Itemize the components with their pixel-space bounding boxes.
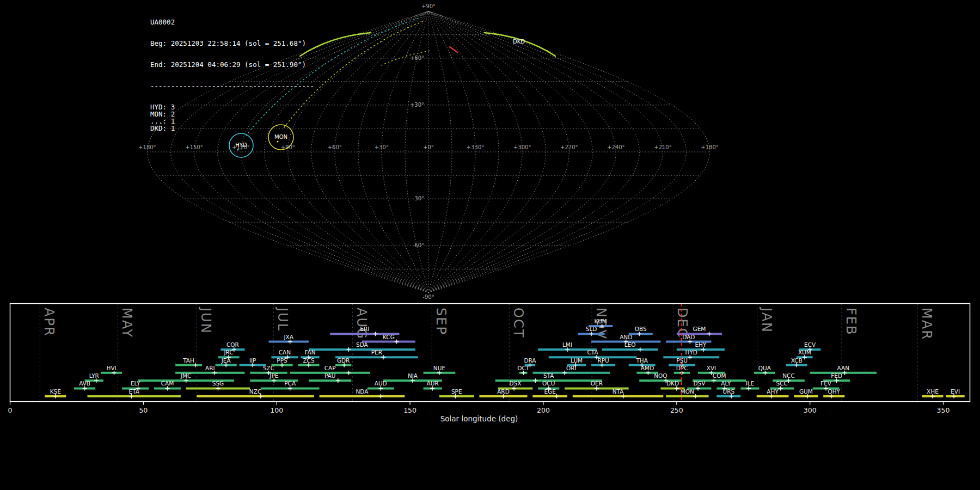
shower-code-label: SSG [212,380,224,387]
equator-longitude-label: +30° [375,144,389,150]
shower-code-label: XCB [791,357,803,364]
shower-code-label: GEM [693,326,706,332]
shower-count-line: HYD: 3 [150,103,314,111]
x-axis-tick-label: 200 [537,406,550,414]
shower-code-label: AUR [427,380,439,387]
graticule-meridian [428,11,616,293]
shower-code-label: PSU [676,357,688,364]
graticule-meridian [428,11,592,293]
radiant-dot-hyd [237,149,238,150]
shower-code-label: AUD [375,380,387,387]
x-axis-tick-label: 300 [804,406,817,414]
map-shower-label: DKD [513,39,525,45]
pole-latitude-label: -90° [422,294,434,300]
shower-code-label: DSX [510,380,522,387]
shower-code-label: RPU [597,357,609,364]
x-axis-tick-label: 0 [8,406,13,414]
equator-longitude-label: +60° [328,144,342,150]
latitude-label: +60° [410,55,424,61]
equator-longitude-label: +0° [423,144,434,150]
shower-code-label: ELY [131,380,140,387]
shower-code-label: SDA [356,341,369,348]
shower-code-label: OBS [635,326,647,332]
shower-code-label: SCC [776,380,788,387]
shower-code-label: HVI [107,365,117,371]
shower-code-label: CAN [279,349,291,356]
shower-code-label: NTA [612,388,624,395]
shower-code-label: EVI [951,388,960,395]
shower-code-label: JMC [180,372,192,379]
shower-code-label: OCU [542,380,555,387]
shower-code-label: EGE [544,388,555,395]
shower-count-line: ...: 1 [150,118,314,125]
shower-code-label: LYR [89,372,99,379]
shower-activity-timeline: APRMAYJUNJULAUGSEPOCTNOVDECJANFEBMARKUME… [8,304,970,423]
shower-code-label: STA [543,372,554,379]
equator-longitude-label: +210° [654,144,671,150]
shower-code-label: SLD [586,326,597,332]
month-label: MAY [119,308,134,338]
shower-code-label: JXA [284,334,294,340]
x-axis-tick-label: 50 [139,406,148,414]
observation-info: UA0002 Beg: 20251203 22:58:14 (sol = 251… [150,4,314,146]
shower-code-label: ECV [804,341,816,348]
shower-code-label: AVB [79,380,90,387]
shower-code-label: FEV [820,380,832,387]
equator-longitude-label: +180° [701,144,718,150]
plot-canvas: +180°+150°+120°+90°+60°+30°+0°+330°+300°… [0,0,980,490]
pole-latitude-label: +90° [421,3,436,9]
meteor-activity-screen: +180°+150°+120°+90°+60°+30°+0°+330°+300°… [0,0,980,490]
begin-time: Beg: 20251203 22:58:14 (sol = 251.68°) [150,40,314,47]
month-label: JUN [198,307,213,334]
month-label: JUL [275,307,290,332]
shower-code-label: ILE [746,380,755,387]
equator-longitude-label: +330° [467,144,484,150]
month-label: OCT [511,308,526,338]
shower-code-label: ZCS [303,357,315,364]
shower-code-label: DRA [524,357,536,364]
shower-code-label: LEO [624,341,636,348]
separator-line: ---------------------------------------- [150,82,314,89]
shower-code-label: DPC [676,365,688,371]
shower-code-label: NIA [408,372,418,379]
shower-code-label: AAN [837,365,850,371]
month-label: APR [41,308,57,337]
shower-code-label: XVI [707,365,716,371]
shower-code-label: COR [226,341,239,348]
shower-code-label: KSE [50,388,61,395]
x-axis-tick-label: 350 [937,406,950,414]
month-label: MAR [919,308,934,340]
month-label: FEB [843,308,859,335]
shower-code-label: JRC [223,349,233,356]
shower-code-label: KUM [595,318,607,324]
shower-code-label: COM [713,372,726,379]
shower-code-label: ARD [497,388,510,395]
shower-code-label: GUM [799,388,813,395]
shower-code-label: FED [831,372,842,379]
shower-count-line: DKD: 1 [150,125,314,132]
shower-code-label: ORI [566,365,577,371]
shower-code-label: OHY [828,388,840,395]
graticule-meridian [428,11,452,293]
shower-code-label: XUM [798,349,811,356]
graticule-meridian [382,11,428,293]
shower-code-label: CTA [587,349,598,356]
month-label: SEP [433,308,449,335]
shower-code-label: NCC [782,372,795,379]
shower-code-label: MON [681,388,694,395]
shower-code-label: ALY [721,380,731,387]
equator-longitude-label: +300° [513,144,531,150]
end-time: End: 20251204 04:06:29 (sol = 251.90°) [150,61,314,68]
shower-code-label: ARI [205,365,215,371]
shower-code-label: PAU [324,372,336,379]
shower-code-label: CAM [161,380,174,387]
shower-code-label: NOO [654,372,667,379]
x-axis-title: Solar longitude (deg) [440,414,518,423]
graticule-meridian [428,11,687,293]
x-axis-tick-label: 100 [270,406,283,414]
shower-code-label: URS [722,388,734,395]
shower-code-label: GDR [337,357,350,364]
latitude-label: -30° [413,195,424,201]
shower-code-label: QUA [758,365,771,371]
shower-code-label: CAP [324,365,336,371]
